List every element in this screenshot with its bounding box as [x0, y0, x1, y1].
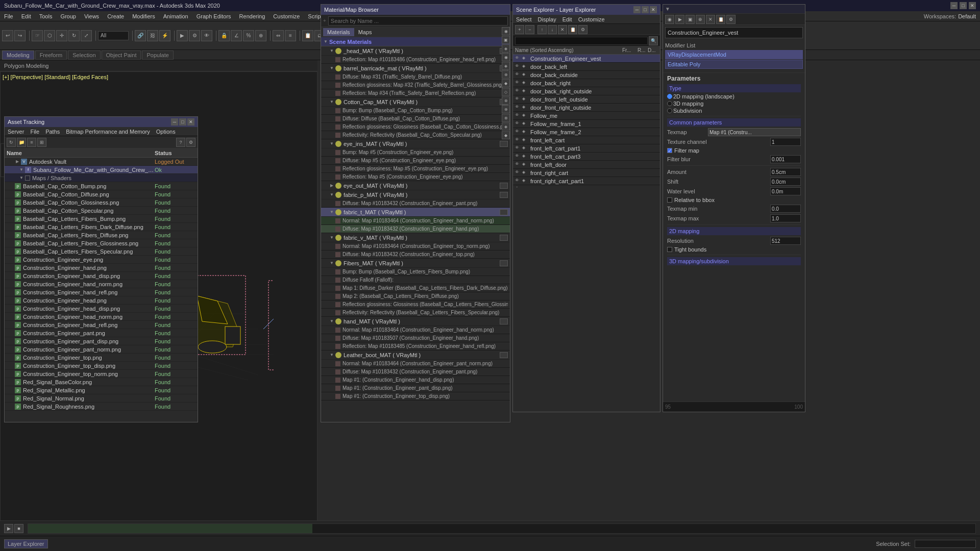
selection-set-input[interactable] [915, 540, 976, 548]
at-menu-file[interactable]: File [27, 127, 42, 136]
pp-3d-subdiv-section[interactable]: 3D mapping/subdivision [667, 257, 801, 265]
timeline-play-btn[interactable]: ▶ [4, 524, 13, 533]
mb-map-row-3-3[interactable]: Reflection: Map #5 (Construction_Enginee… [321, 173, 510, 181]
at-menu-bitmap[interactable]: Bitmap Performance and Memory [63, 127, 153, 136]
at-file-row-3[interactable]: p Baseball_Cap_Cotton_Specular.png Found [5, 207, 198, 215]
snap-toggle-button[interactable]: 🔒 [218, 30, 230, 41]
at-file-row-27[interactable]: p Red_Signal_Roughness.png Found [5, 403, 198, 411]
pp-texmap-max-input[interactable] [770, 214, 801, 222]
reference-coord-dropdown[interactable]: All [98, 31, 129, 40]
at-file-row-2[interactable]: p Baseball_Cap_Cotton_Glossiness.png Fou… [5, 198, 198, 207]
mb-side-icon-13[interactable]: ◆ [502, 131, 510, 139]
pp-subdiv-radio[interactable] [667, 108, 672, 113]
pp-tb-5[interactable]: ✕ [706, 15, 715, 24]
mb-map-row-8-1[interactable]: Diffuse Falloff (Falloff): [321, 276, 510, 284]
angle-snap-button[interactable]: ∠ [231, 30, 242, 41]
at-menu-server[interactable]: Server [5, 127, 27, 136]
mb-maps-btn[interactable]: Maps [354, 28, 376, 36]
mb-mat-row-8[interactable]: ▼ Fibers_MAT ( VRayMtl ) [321, 259, 510, 268]
pp-3d-radio-item[interactable]: 3D mapping [667, 101, 703, 107]
mirror-button[interactable]: ⇔ [273, 30, 284, 41]
se-layer-row-4[interactable]: 👁 ◈ door_back_right_outside [513, 87, 660, 95]
mb-map-row-10-4[interactable]: Map #1: (Construction_Engineer_top_disp.… [321, 392, 510, 400]
at-file-row-18[interactable]: p Construction_Engineer_pant.png Found [5, 329, 198, 337]
align-button[interactable]: ≡ [285, 30, 296, 41]
pp-tb-2[interactable]: ▶ [675, 15, 684, 24]
populate-tab[interactable]: Populate [142, 51, 173, 60]
pp-modifier-vraydisplace[interactable]: VRayDisplacementMod [665, 50, 803, 59]
mb-map-row-10-3[interactable]: Map #1: (Construction_Engineer_pant_disp… [321, 384, 510, 392]
pp-texmap-value[interactable]: Map #1 (Constru... [708, 128, 801, 136]
at-file-row-14[interactable]: p Construction_Engineer_head.png Found [5, 296, 198, 305]
se-layer-row-0[interactable]: 👁 ◈ Construction_Engineer_vest [513, 55, 660, 63]
pp-resolution-input[interactable] [770, 237, 801, 245]
at-content[interactable]: ▶ V Autodesk Vault Logged Out ▼ f Subaru… [5, 158, 198, 411]
select-object-button[interactable]: ☞ [32, 30, 43, 41]
se-menu-customize[interactable]: Customize [575, 15, 608, 23]
mb-mat-row-7[interactable]: ▼ fabric_v_MAT ( VRayMtl ) [321, 233, 510, 242]
at-vault-row[interactable]: ▶ V Autodesk Vault Logged Out [5, 158, 198, 166]
mb-mat-row-5[interactable]: ▼ fabric_p_MAT ( VRayMtl ) [321, 190, 510, 199]
se-menu-select[interactable]: Select [513, 15, 535, 23]
pp-tb-4[interactable]: ⊕ [696, 15, 705, 24]
maximize-button[interactable]: □ [960, 2, 967, 9]
pp-name-input[interactable] [665, 27, 803, 38]
at-main-file-row[interactable]: ▼ f Subaru_Follow_Me_Car_with_Ground_Cre… [5, 166, 198, 174]
se-layer-row-15[interactable]: 👁 ◈ front_right_cart_part1 [513, 177, 660, 185]
at-file-row-1[interactable]: p Baseball_Cap_Cotton_Diffuse.png Found [5, 190, 198, 198]
mb-side-icon-1[interactable]: ◉ [502, 27, 510, 35]
se-layer-row-10[interactable]: 👁 ◈ front_left_cart [513, 136, 660, 144]
mb-map-row-6-0[interactable]: Normal: Map #10183464 (Construction_Engi… [321, 217, 510, 225]
mb-mat-row-2[interactable]: ▼ Cotton_Cap_MAT ( VRayMtl ) [321, 97, 510, 107]
at-file-row-5[interactable]: p Baseball_Cap_Letters_Fibers_Dark_Diffu… [5, 223, 198, 231]
view-render-button[interactable]: 👁 [201, 30, 212, 41]
pp-tb-6[interactable]: 📋 [716, 15, 725, 24]
at-close-button[interactable]: ✕ [187, 118, 194, 126]
se-layer-row-13[interactable]: 👁 ◈ front_left_door [513, 161, 660, 169]
at-refresh-button[interactable]: ↻ [7, 138, 16, 147]
pp-2d-mapping-section[interactable]: 2D mapping [667, 227, 801, 235]
mb-map-row-8-0[interactable]: Bump: Bump (Baseball_Cap_Letters_Fibers_… [321, 268, 510, 276]
close-button[interactable]: ✕ [969, 2, 976, 9]
se-layer-row-5[interactable]: 👁 ◈ door_front_left_outside [513, 95, 660, 104]
mb-map-row-1-2[interactable]: Reflection: Map #34 (Traffic_Safety_Barr… [321, 89, 510, 97]
mb-map-row-1-1[interactable]: Reflection glossiness: Map #32 (Traffic_… [321, 81, 510, 89]
mb-map-row-1-0[interactable]: Diffuse: Map #31 (Traffic_Safety_Barrel_… [321, 73, 510, 81]
at-file-row-0[interactable]: p Baseball_Cap_Cotton_Bump.png Found [5, 182, 198, 190]
se-maximize-button[interactable]: □ [642, 6, 649, 13]
mb-side-icon-7[interactable]: ◆ [502, 79, 510, 87]
menu-tools[interactable]: Tools [35, 11, 57, 21]
mb-side-icon-9[interactable]: ⊗ [502, 96, 510, 105]
mb-mat-row-9[interactable]: ▼ hand_MAT ( VRayMtl ) [321, 317, 510, 326]
object-paint-tab[interactable]: Object Paint [102, 51, 141, 60]
mb-map-row-2-1[interactable]: Diffuse: Diffuse (Baseball_Cap_Cotton_Di… [321, 115, 510, 123]
mb-search-input[interactable] [328, 16, 508, 26]
pp-texmap-min-input[interactable] [770, 205, 801, 213]
menu-views[interactable]: Views [80, 11, 103, 21]
se-tb-2[interactable]: − [525, 25, 534, 34]
at-file-row-26[interactable]: p Red_Signal_Normal.png Found [5, 394, 198, 403]
mb-scene-materials-section[interactable]: ▼ Scene Materials [321, 37, 510, 46]
mb-map-row-3-2[interactable]: Reflection glossiness: Map #5 (Construct… [321, 165, 510, 173]
at-menu-paths[interactable]: Paths [42, 127, 63, 136]
mb-side-icon-3[interactable]: ◈ [502, 44, 510, 53]
pp-type-section[interactable]: Type [667, 84, 801, 92]
unlink-button[interactable]: ⛓ [147, 30, 158, 41]
se-layer-row-16[interactable]: 👁 ◈ front_right_cart_part3 [513, 185, 660, 187]
mb-side-icon-6[interactable]: ⊕ [502, 70, 510, 79]
mb-content[interactable]: ▼ Scene Materials ▼ _head_MAT ( VRayMtl … [321, 37, 510, 414]
mb-map-row-10-1[interactable]: Diffuse: Map #10183432 (Construction_Eng… [321, 368, 510, 376]
mb-mat-row-6[interactable]: ▼ fabric_t_MAT ( VRayMtl ) [321, 208, 510, 217]
pp-2d-radio-item[interactable]: 2D mapping (landscape) [667, 93, 734, 99]
link-button[interactable]: 🔗 [135, 30, 146, 41]
mb-side-icon-10[interactable]: ⊕ [502, 105, 510, 113]
se-layer-row-3[interactable]: 👁 ◈ door_back_right [513, 79, 660, 87]
menu-modifiers[interactable]: Modifiers [128, 11, 159, 21]
menu-group[interactable]: Group [56, 11, 80, 21]
at-file-row-15[interactable]: p Construction_Engineer_head_disp.png Fo… [5, 305, 198, 313]
mb-mat-row-1[interactable]: ▼ barrel_barricade_mat ( VRayMtl ) [321, 64, 510, 73]
mb-map-row-10-0[interactable]: Normal: Map #10183464 (Construction_Engi… [321, 360, 510, 368]
pp-tight-bounds-checkbox[interactable] [667, 247, 672, 252]
se-layer-row-14[interactable]: 👁 ◈ front_right_cart [513, 169, 660, 177]
at-help-button[interactable]: ? [176, 138, 185, 147]
